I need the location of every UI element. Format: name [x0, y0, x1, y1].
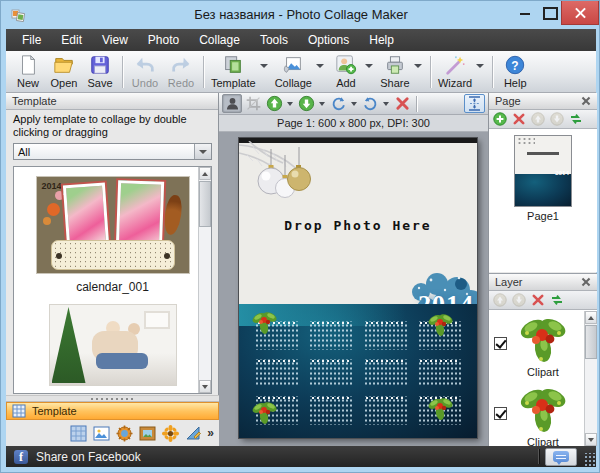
tab-photo-icon[interactable] — [92, 424, 110, 442]
dropdown-button[interactable] — [194, 144, 211, 159]
delete-page-button[interactable] — [512, 112, 526, 126]
menu-file[interactable]: File — [12, 29, 51, 51]
tab-frame-icon[interactable] — [138, 424, 156, 442]
menu-tools[interactable]: Tools — [250, 29, 298, 51]
collage-button[interactable]: Collage — [272, 53, 315, 90]
menu-options[interactable]: Options — [298, 29, 359, 51]
move-up-button[interactable] — [264, 94, 284, 113]
scroll-up-arrow-icon[interactable] — [585, 311, 597, 324]
add-button[interactable]: Add — [328, 53, 364, 90]
page-down-button[interactable] — [550, 112, 564, 126]
wizard-dropdown-arrow-icon[interactable] — [476, 64, 484, 68]
thumbnail-year-text: 2014 — [42, 181, 62, 191]
panel-tab-iconrow: » — [6, 420, 219, 446]
delete-object-button[interactable] — [392, 94, 412, 113]
template-list-scrollbar[interactable] — [198, 167, 211, 393]
tab-template-icon[interactable] — [69, 424, 87, 442]
panel-splitter-handle[interactable] — [6, 395, 219, 402]
down-dropdown-arrow-icon[interactable] — [319, 102, 325, 106]
share-button[interactable]: Share — [377, 53, 413, 90]
rotate-cw-button[interactable] — [328, 94, 348, 113]
wizard-button[interactable]: Wizard — [435, 53, 475, 90]
template-list[interactable]: 2014 calendar_001 — [13, 166, 212, 394]
swap-arrows-icon — [569, 112, 583, 126]
close-panel-icon[interactable] — [581, 96, 591, 106]
collage-dropdown-arrow-icon[interactable] — [316, 64, 324, 68]
more-tabs-chevron-icon[interactable]: » — [207, 428, 214, 438]
page-list[interactable]: 2014 Page1 — [489, 129, 597, 272]
template-hint-text: Apply template to collage by double clic… — [6, 110, 218, 141]
save-button[interactable]: Save — [82, 53, 118, 90]
minimize-button[interactable] — [513, 1, 537, 23]
move-down-button[interactable] — [296, 94, 316, 113]
rotate-cw-dropdown-arrow-icon[interactable] — [351, 102, 357, 106]
page1-thumbnail[interactable]: 2014 — [515, 136, 571, 206]
swap-arrows-icon — [550, 293, 564, 307]
collage-page[interactable]: Drop Photo Here 2014 — [239, 138, 477, 438]
canvas-toolbar-separator — [416, 96, 417, 112]
layer-up-button[interactable] — [493, 293, 507, 307]
menu-view[interactable]: View — [92, 29, 138, 51]
template-button[interactable]: Template — [208, 53, 259, 90]
add-page-button[interactable] — [493, 112, 507, 126]
resize-grip[interactable] — [583, 453, 595, 467]
menu-collage[interactable]: Collage — [189, 29, 250, 51]
help-button[interactable]: ? Help — [497, 53, 533, 90]
layer-visibility-checkbox[interactable] — [494, 337, 507, 350]
layer-list-scrollbar[interactable] — [584, 311, 597, 446]
menu-help[interactable]: Help — [359, 29, 404, 51]
swap-pages-button[interactable] — [569, 112, 583, 126]
up-dropdown-arrow-icon[interactable] — [287, 102, 293, 106]
fit-page-button[interactable] — [464, 94, 485, 113]
flower-decoration — [55, 191, 64, 200]
open-folder-icon — [53, 54, 75, 76]
facebook-icon: f — [14, 450, 28, 464]
scrollbar-thumb[interactable] — [199, 181, 211, 227]
delete-layer-button[interactable] — [531, 293, 545, 307]
tab-text-icon[interactable] — [184, 424, 202, 442]
rotate-counterclockwise-icon — [362, 95, 379, 112]
feedback-chat-button[interactable] — [545, 448, 577, 466]
layer-visibility-checkbox[interactable] — [494, 407, 507, 420]
swap-layers-button[interactable] — [550, 293, 564, 307]
undo-button[interactable]: Undo — [127, 53, 163, 90]
scroll-down-arrow-icon[interactable] — [585, 433, 597, 446]
layer-row-clipart-1[interactable]: Clipart — [489, 311, 597, 381]
add-dropdown-arrow-icon[interactable] — [365, 64, 373, 68]
maximize-button[interactable] — [537, 1, 561, 23]
template-dropdown-arrow-icon[interactable] — [260, 64, 268, 68]
layer-list[interactable]: Clipart Clipart — [489, 310, 597, 446]
filter-selected-value: All — [14, 146, 194, 158]
template-icon — [222, 54, 244, 76]
rotate-ccw-button[interactable] — [360, 94, 380, 113]
layer-label: Clipart — [489, 436, 597, 446]
tab-mask-icon[interactable] — [115, 424, 133, 442]
template-tab-active[interactable]: Template — [6, 402, 219, 420]
scrollbar-thumb[interactable] — [585, 325, 597, 359]
layer-down-button[interactable] — [512, 293, 526, 307]
share-on-facebook-link[interactable]: Share on Facebook — [36, 450, 141, 464]
template-thumbnail-family[interactable] — [50, 305, 176, 385]
layer-row-clipart-2[interactable]: Clipart — [489, 381, 597, 446]
page-info-bar: Page 1: 600 x 800 px, DPI: 300 — [219, 115, 488, 132]
close-button[interactable] — [561, 1, 599, 25]
rotate-ccw-dropdown-arrow-icon[interactable] — [383, 102, 389, 106]
template-thumbnail-calendar-001[interactable]: 2014 — [37, 177, 189, 273]
share-dropdown-arrow-icon[interactable] — [414, 64, 422, 68]
redo-button[interactable]: Redo — [163, 53, 199, 90]
menu-edit[interactable]: Edit — [51, 29, 92, 51]
drop-photo-here-text[interactable]: Drop Photo Here — [239, 218, 477, 233]
open-button[interactable]: Open — [46, 53, 82, 90]
close-panel-icon[interactable] — [581, 277, 591, 287]
scroll-down-arrow-icon[interactable] — [199, 380, 211, 393]
menu-photo[interactable]: Photo — [138, 29, 189, 51]
page-up-button[interactable] — [531, 112, 545, 126]
add-photo-tool-button[interactable] — [222, 94, 242, 113]
template-filter-dropdown[interactable]: All — [13, 143, 212, 160]
new-button[interactable]: New — [10, 53, 46, 90]
crop-tool-button[interactable] — [243, 94, 263, 113]
tab-clipart-icon[interactable] — [161, 424, 179, 442]
canvas-workspace[interactable]: Drop Photo Here 2014 — [219, 132, 488, 446]
scroll-up-arrow-icon[interactable] — [199, 167, 211, 180]
redo-icon — [170, 54, 192, 76]
